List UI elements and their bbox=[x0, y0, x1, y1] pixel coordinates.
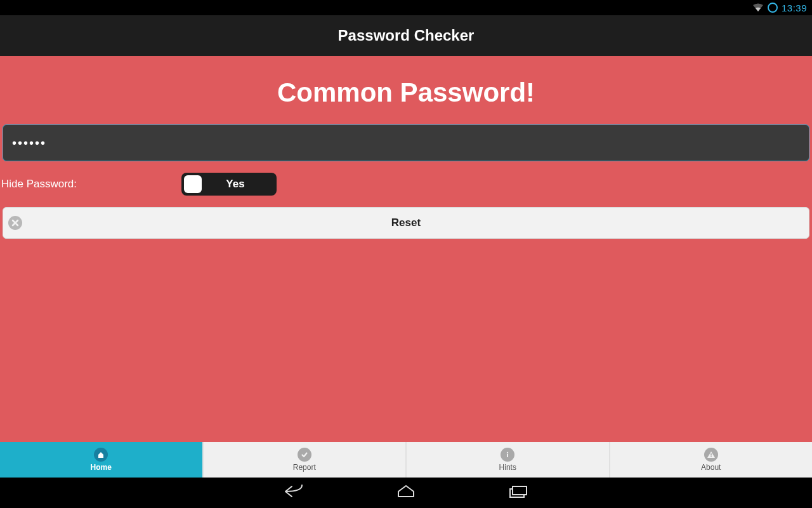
tab-about[interactable]: About bbox=[610, 442, 813, 478]
strength-heading: Common Password! bbox=[0, 77, 812, 108]
tab-hints[interactable]: Hints bbox=[407, 442, 610, 478]
tab-report-label: Report bbox=[293, 463, 316, 472]
action-bar: Password Checker bbox=[0, 15, 812, 56]
reset-button[interactable]: Reset bbox=[3, 207, 809, 239]
status-clock: 13:39 bbox=[782, 3, 807, 13]
password-value: •••••• bbox=[12, 136, 46, 150]
tab-about-label: About bbox=[701, 463, 721, 472]
android-nav-bar bbox=[0, 478, 812, 508]
nav-home-button[interactable] bbox=[395, 484, 417, 502]
wifi-icon bbox=[752, 3, 764, 12]
hide-password-row: Hide Password: Yes bbox=[0, 173, 812, 196]
info-icon bbox=[501, 448, 514, 462]
tab-report[interactable]: Report bbox=[204, 442, 407, 478]
nav-back-button[interactable] bbox=[283, 484, 306, 502]
hide-password-toggle[interactable]: Yes bbox=[181, 173, 277, 196]
app-title: Password Checker bbox=[338, 27, 475, 44]
tab-home-label: Home bbox=[91, 463, 112, 472]
hide-password-label: Hide Password: bbox=[0, 178, 181, 190]
bottom-tabs: Home Report Hints About bbox=[0, 442, 812, 478]
sync-ring-icon bbox=[768, 3, 778, 13]
toggle-knob bbox=[184, 175, 202, 193]
svg-rect-3 bbox=[710, 456, 712, 457]
android-status-bar: 13:39 bbox=[0, 0, 812, 15]
svg-rect-1 bbox=[507, 454, 508, 457]
reset-label: Reset bbox=[8, 217, 804, 229]
screen: 13:39 Password Checker Common Password! … bbox=[0, 0, 812, 508]
nav-recent-button[interactable] bbox=[506, 484, 529, 502]
svg-rect-2 bbox=[710, 453, 712, 456]
tab-hints-label: Hints bbox=[499, 463, 516, 472]
tab-home[interactable]: Home bbox=[0, 442, 204, 478]
warning-icon bbox=[704, 448, 718, 462]
home-icon bbox=[94, 448, 108, 462]
check-icon bbox=[298, 448, 311, 462]
svg-point-0 bbox=[507, 452, 508, 453]
password-input[interactable]: •••••• bbox=[3, 124, 809, 161]
main-content: Common Password! •••••• Hide Password: Y… bbox=[0, 56, 812, 442]
svg-rect-5 bbox=[513, 486, 527, 495]
